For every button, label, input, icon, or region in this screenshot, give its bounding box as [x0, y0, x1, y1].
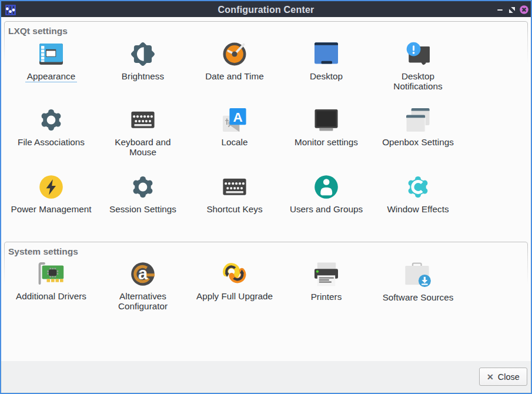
svg-text:A: A [233, 110, 242, 125]
svg-text:a: a [138, 264, 148, 283]
